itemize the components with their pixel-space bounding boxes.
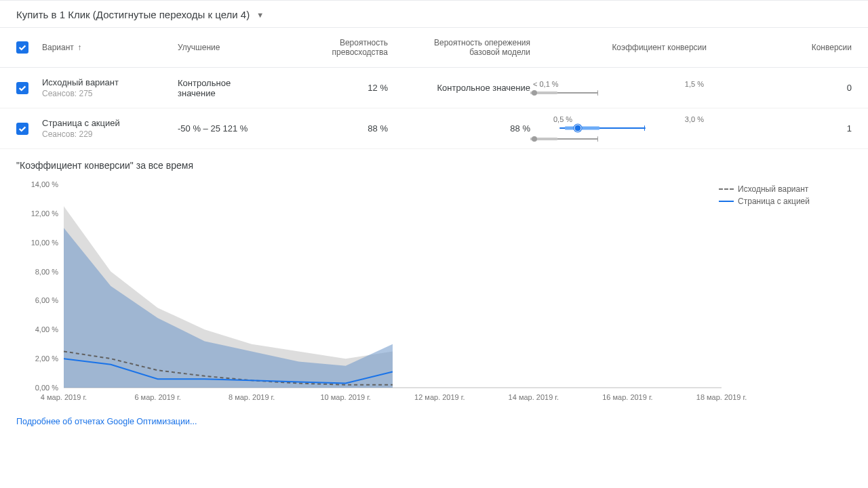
svg-text:12 мар. 2019 г.: 12 мар. 2019 г. [414,393,465,401]
col-prob-sup[interactable]: Вероятность превосходства [279,38,388,57]
chevron-down-icon: ▼ [256,11,264,19]
legend-swatch-original-icon [719,188,734,190]
svg-text:8,00 %: 8,00 % [35,268,58,276]
sort-asc-icon: ↑ [75,43,81,52]
col-conversions[interactable]: Конверсии [720,43,852,52]
svg-text:12,00 %: 12,00 % [31,209,59,218]
svg-text:18 мар. 2019 г.: 18 мар. 2019 г. [696,393,747,401]
row-checkbox[interactable] [16,82,28,94]
table-row: Страница с акцией Сеансов: 229 -50 % – 2… [0,108,868,149]
svg-text:4,00 %: 4,00 % [35,325,58,333]
improvement-value: -50 % – 25 121 % [178,123,279,134]
legend-original-label: Исходный вариант [738,184,808,194]
col-prob-sup-l1: Вероятность [279,38,388,47]
prob-base-value: Контрольное значение [388,83,530,93]
variants-table: Вариант ↑ Улучшение Вероятность превосхо… [0,27,868,149]
legend-swatch-page-icon [719,201,734,202]
variant-name: Страница с акцией [42,118,178,128]
col-variant[interactable]: Вариант ↑ [42,43,178,52]
svg-text:16 мар. 2019 г.: 16 мар. 2019 г. [602,393,652,401]
table-row: Исходный вариант Сеансов: 275 Контрольно… [0,68,868,108]
svg-text:14,00 %: 14,00 % [31,180,59,188]
chart-legend: Исходный вариант Страница с акцией [719,184,810,209]
svg-text:8 мар. 2019 г.: 8 мар. 2019 г. [229,393,275,401]
variant-sessions: Сеансов: 275 [42,89,178,98]
svg-text:6 мар. 2019 г.: 6 мар. 2019 г. [134,393,180,401]
col-prob-sup-l2: превосходства [279,47,388,57]
svg-text:10,00 %: 10,00 % [31,239,59,247]
cr-low-label: 0,5 % [553,115,572,123]
variant-sessions: Сеансов: 229 [42,129,178,139]
svg-text:6,00 %: 6,00 % [35,296,58,304]
svg-text:14 мар. 2019 г.: 14 мар. 2019 г. [509,393,559,401]
conversions-value: 1 [720,123,852,134]
col-prob-base[interactable]: Вероятность опережения базовой модели [388,38,530,57]
legend-page-label: Страница с акцией [738,197,810,206]
col-conv-rate[interactable]: Коэффициент конверсии [530,43,720,52]
variant-name: Исходный вариант [42,77,178,87]
col-prob-base-l2: базовой модели [388,47,530,57]
svg-text:10 мар. 2019 г.: 10 мар. 2019 г. [320,393,370,401]
svg-text:0,00 %: 0,00 % [35,384,58,392]
row-checkbox[interactable] [16,123,28,135]
goal-selector[interactable]: Купить в 1 Клик (Достигнутые переходы к … [0,1,868,27]
col-prob-base-l1: Вероятность опережения [388,38,530,47]
prob-base-value: 88 % [388,123,530,134]
cr-high-label: 3,0 % [685,115,704,123]
svg-text:4 мар. 2019 г.: 4 мар. 2019 г. [41,393,87,401]
conv-rate-range: < 0,1 % 1,5 % [530,80,707,96]
col-variant-label: Вариант [42,43,74,52]
conversions-value: 0 [720,83,852,93]
prob-sup-value: 12 % [279,83,388,93]
svg-text:2,00 %: 2,00 % [35,354,58,363]
goal-label: Купить в 1 Клик (Достигнутые переходы к … [16,9,250,20]
cr-low-label: < 0,1 % [533,80,559,88]
conversion-rate-chart: 0,00 %2,00 %4,00 %6,00 %8,00 %10,00 %12,… [16,178,816,408]
table-header: Вариант ↑ Улучшение Вероятность превосхо… [0,27,868,68]
improvement-value: Контрольноезначение [178,78,279,98]
prob-sup-value: 88 % [279,123,388,134]
cr-high-label: 1,5 % [685,80,704,88]
learn-more-link[interactable]: Подробнее об отчетах Google Оптимизации.… [16,417,197,426]
conv-rate-range: 0,5 % 3,0 % [530,115,707,142]
select-all-checkbox[interactable] [16,41,28,54]
col-improvement[interactable]: Улучшение [178,43,279,52]
chart-title: "Коэффициент конверсии" за все время [16,160,852,171]
